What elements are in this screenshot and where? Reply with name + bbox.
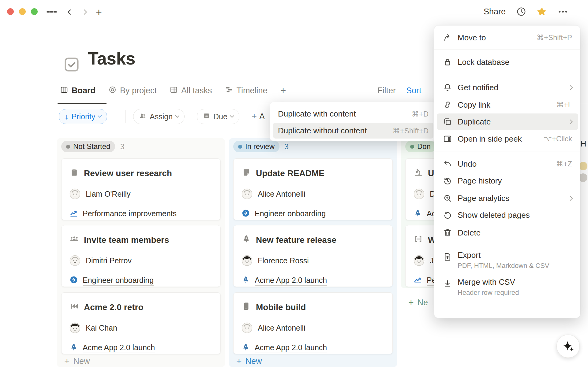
new-card-button[interactable]: +Ne	[408, 297, 428, 308]
clipped-column-fragment: H	[580, 139, 586, 149]
card-link-row: Pe	[414, 275, 436, 287]
traffic-zoom-button[interactable]	[31, 8, 38, 15]
add-view-icon[interactable]: +	[280, 85, 286, 96]
menu-divider	[434, 151, 581, 151]
related-page-link[interactable]: Acme App 2.0 launch	[83, 343, 155, 353]
traffic-minimize-button[interactable]	[19, 8, 26, 15]
rocket-gray-icon	[242, 234, 251, 246]
menu-item-label: Delete	[458, 228, 481, 238]
task-card[interactable]: Update READMEAlice AntonelliEngineer onb…	[233, 158, 393, 220]
menu-item-merge-with-csv[interactable]: Merge with CSVHeader row required	[434, 276, 581, 301]
page-checkbox-icon[interactable]	[63, 56, 80, 73]
tab-board[interactable]: Board	[60, 86, 96, 96]
menu-item-show-deleted-pages[interactable]: Show deleted pages	[434, 206, 581, 224]
task-card[interactable]: Acme 2.0 retroKai ChanAcme App 2.0 launc…	[61, 292, 221, 354]
submenu-item-duplicate-without-content[interactable]: Duplicate without content⌘+Shift+D	[270, 123, 436, 139]
back-icon[interactable]	[65, 7, 75, 17]
menu-divider	[434, 245, 581, 245]
task-card[interactable]: New feature releaseFlorence RossiAcme Ap…	[233, 225, 393, 287]
notion-window: + Share Tasks BoardBy projectAll tasksTi…	[0, 0, 588, 367]
assignee-name: Florence Rossi	[258, 256, 309, 265]
task-card[interactable]: Invite team membersDimitri PetrovEnginee…	[61, 225, 221, 287]
clipboard-icon	[69, 168, 79, 179]
menu-item-delete[interactable]: Delete	[434, 224, 581, 241]
group-pill[interactable]: Not Started	[61, 141, 115, 152]
due-chip-label: Due	[213, 112, 227, 121]
favorite-star-icon[interactable]	[537, 6, 547, 17]
menu-item-page-history[interactable]: Page history	[434, 172, 581, 189]
column-header: In review3	[233, 141, 289, 152]
menu-item-export[interactable]: ExportPDF, HTML, Markdown & CSV	[434, 249, 581, 274]
rocket-blue-icon	[69, 343, 78, 353]
column-header: Don	[405, 141, 436, 152]
menu-item-lock-database[interactable]: Lock database	[434, 54, 581, 71]
new-card-button[interactable]: +New	[236, 356, 262, 366]
tab-by-project[interactable]: By project	[108, 86, 157, 96]
status-dot	[66, 145, 70, 149]
priority-sort-chip[interactable]: ↓ Priority	[59, 109, 107, 124]
related-page-link[interactable]: Engineer onboarding	[83, 276, 154, 286]
group-pill[interactable]: Don	[405, 141, 436, 152]
task-card[interactable]: Mobile buildAlice AntonelliAcme App 2.0 …	[233, 292, 393, 354]
page-title[interactable]: Tasks	[88, 48, 135, 69]
chevron-right-icon	[568, 196, 573, 201]
undo-icon	[443, 159, 452, 169]
tab-label: Timeline	[237, 86, 268, 95]
avatar	[414, 188, 425, 199]
menu-item-open-in-side-peek[interactable]: Open in side peek⌥+Click	[434, 130, 581, 147]
filter-button[interactable]: Filter	[377, 86, 396, 95]
ai-sparkle-button[interactable]	[556, 335, 580, 358]
updates-clock-icon[interactable]	[516, 6, 526, 17]
card-title-row: Review user research	[69, 165, 172, 181]
submenu-item-duplicate-with-content[interactable]: Duplicate with content⌘+D	[270, 106, 436, 122]
menu-item-undo[interactable]: Undo⌘+Z	[434, 155, 581, 172]
menu-item-label: Show deleted pages	[458, 210, 530, 220]
table-icon	[170, 86, 178, 96]
new-page-icon[interactable]: +	[94, 7, 104, 17]
submenu-item-shortcut: ⌘+Shift+D	[393, 127, 429, 135]
card-title-row: W	[414, 232, 436, 248]
related-page-link[interactable]: Acme App 2.0 launch	[255, 343, 327, 353]
card-link-row: Engineer onboarding	[242, 208, 326, 220]
new-card-button[interactable]: +New	[64, 356, 90, 366]
related-page-link[interactable]: Acme App 2.0 launch	[255, 276, 327, 286]
assign-filter-chip[interactable]: Assign	[133, 109, 185, 124]
due-filter-chip[interactable]: Due	[197, 109, 239, 124]
menu-item-get-notified[interactable]: Get notified	[434, 79, 581, 96]
traffic-close-button[interactable]	[7, 8, 14, 15]
card-title-row: New feature release	[242, 232, 336, 248]
status-dot	[410, 145, 414, 149]
menu-item-move-to[interactable]: Move to⌘+Shift+P	[434, 29, 581, 46]
share-button[interactable]: Share	[484, 7, 506, 17]
forward-icon	[79, 7, 89, 17]
tab-all-tasks[interactable]: All tasks	[170, 86, 212, 96]
tab-timeline[interactable]: Timeline	[225, 86, 268, 96]
related-page-link[interactable]: Performance improvements	[83, 209, 177, 219]
task-card[interactable]: Review user researchLiam O'ReillyPerform…	[61, 158, 221, 220]
sidebar-menu-icon[interactable]	[47, 7, 57, 17]
analytics-icon	[443, 194, 452, 203]
sort-button[interactable]: Sort	[406, 86, 421, 95]
arrow-circle-icon	[242, 209, 250, 219]
add-filter-button[interactable]: + A	[252, 111, 265, 121]
export-icon	[443, 252, 452, 261]
menu-item-duplicate[interactable]: Duplicate	[434, 113, 581, 130]
avatar	[414, 255, 425, 266]
active-tab-underline	[58, 103, 107, 104]
view-tabs: BoardBy projectAll tasksTimeline+	[60, 85, 286, 96]
menu-item-copy-link[interactable]: Copy link⌘+L	[434, 96, 581, 113]
related-page-link[interactable]: Engineer onboarding	[255, 209, 326, 219]
more-options-icon[interactable]	[558, 6, 568, 17]
group-pill[interactable]: In review	[233, 141, 279, 152]
timeline-icon	[225, 86, 233, 96]
assignee-name: Liam O'Reilly	[86, 190, 130, 198]
menu-item-label: Export	[458, 250, 549, 260]
new-label: Ne	[418, 298, 428, 307]
duplicate-icon	[443, 117, 452, 126]
assign-chip-label: Assign	[150, 112, 173, 121]
card-title: Review user research	[84, 169, 172, 178]
target-icon	[108, 86, 117, 96]
menu-item-page-analytics[interactable]: Page analytics	[434, 190, 581, 207]
avatar	[242, 188, 253, 199]
menu-item-shortcut: ⌘+L	[556, 101, 572, 109]
